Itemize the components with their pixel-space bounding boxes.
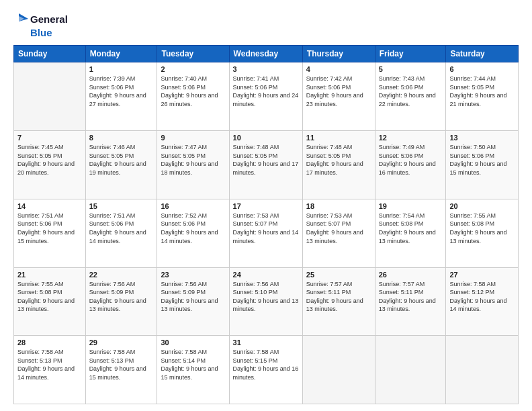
day-cell: 9Sunrise: 7:47 AMSunset: 5:05 PMDaylight…	[157, 131, 229, 199]
day-cell: 12Sunrise: 7:49 AMSunset: 5:06 PMDayligh…	[375, 131, 446, 199]
page-header: General Blue	[13, 12, 519, 38]
day-cell	[302, 336, 375, 404]
day-number: 29	[89, 338, 154, 347]
day-number: 3	[233, 65, 299, 73]
cell-info: Sunrise: 7:43 AMSunset: 5:06 PMDaylight:…	[379, 75, 443, 108]
weekday-saturday: Saturday	[446, 46, 519, 62]
cell-info: Sunrise: 7:54 AMSunset: 5:08 PMDaylight:…	[379, 212, 443, 245]
day-number: 27	[449, 271, 515, 279]
day-cell: 10Sunrise: 7:48 AMSunset: 5:05 PMDayligh…	[229, 131, 302, 199]
day-cell: 27Sunrise: 7:58 AMSunset: 5:12 PMDayligh…	[446, 267, 519, 336]
cell-info: Sunrise: 7:57 AMSunset: 5:11 PMDaylight:…	[306, 280, 371, 314]
day-cell: 2Sunrise: 7:40 AMSunset: 5:06 PMDaylight…	[157, 62, 229, 131]
cell-info: Sunrise: 7:58 AMSunset: 5:13 PMDaylight:…	[89, 348, 154, 381]
day-cell	[446, 336, 519, 404]
day-number: 25	[306, 271, 371, 279]
logo: General Blue	[13, 12, 68, 38]
day-number: 21	[17, 271, 82, 279]
cell-info: Sunrise: 7:41 AMSunset: 5:06 PMDaylight:…	[233, 75, 299, 108]
cell-info: Sunrise: 7:56 AMSunset: 5:09 PMDaylight:…	[161, 280, 225, 314]
day-cell: 25Sunrise: 7:57 AMSunset: 5:11 PMDayligh…	[302, 267, 375, 336]
day-cell	[14, 62, 86, 131]
weekday-sunday: Sunday	[14, 46, 86, 62]
calendar-table: SundayMondayTuesdayWednesdayThursdayFrid…	[13, 45, 519, 404]
logo-bird-icon	[13, 12, 28, 27]
day-cell: 30Sunrise: 7:58 AMSunset: 5:14 PMDayligh…	[157, 336, 229, 404]
day-number: 6	[449, 65, 515, 73]
day-cell: 14Sunrise: 7:51 AMSunset: 5:06 PMDayligh…	[14, 199, 86, 267]
day-number: 19	[379, 202, 443, 210]
cell-info: Sunrise: 7:50 AMSunset: 5:06 PMDaylight:…	[449, 143, 515, 177]
day-number: 5	[379, 65, 443, 73]
day-number: 28	[17, 338, 82, 347]
day-cell: 13Sunrise: 7:50 AMSunset: 5:06 PMDayligh…	[446, 131, 519, 199]
cell-info: Sunrise: 7:53 AMSunset: 5:07 PMDaylight:…	[306, 212, 371, 245]
day-number: 18	[306, 202, 371, 210]
day-number: 10	[233, 134, 299, 142]
day-number: 17	[233, 202, 299, 210]
day-cell: 21Sunrise: 7:55 AMSunset: 5:08 PMDayligh…	[14, 267, 86, 336]
day-cell: 6Sunrise: 7:44 AMSunset: 5:05 PMDaylight…	[446, 62, 519, 131]
cell-info: Sunrise: 7:55 AMSunset: 5:08 PMDaylight:…	[449, 212, 515, 245]
weekday-tuesday: Tuesday	[157, 46, 229, 62]
day-cell: 8Sunrise: 7:46 AMSunset: 5:05 PMDaylight…	[85, 131, 157, 199]
cell-info: Sunrise: 7:48 AMSunset: 5:05 PMDaylight:…	[306, 143, 371, 177]
cell-info: Sunrise: 7:47 AMSunset: 5:05 PMDaylight:…	[161, 143, 225, 177]
week-row-5: 28Sunrise: 7:58 AMSunset: 5:13 PMDayligh…	[14, 336, 519, 404]
day-cell: 18Sunrise: 7:53 AMSunset: 5:07 PMDayligh…	[302, 199, 375, 267]
day-number: 2	[161, 65, 225, 73]
cell-info: Sunrise: 7:40 AMSunset: 5:06 PMDaylight:…	[161, 75, 225, 108]
day-cell: 29Sunrise: 7:58 AMSunset: 5:13 PMDayligh…	[85, 336, 157, 404]
weekday-friday: Friday	[375, 46, 446, 62]
day-number: 26	[379, 271, 443, 279]
day-number: 9	[161, 134, 225, 142]
day-cell: 3Sunrise: 7:41 AMSunset: 5:06 PMDaylight…	[229, 62, 302, 131]
day-cell: 22Sunrise: 7:56 AMSunset: 5:09 PMDayligh…	[85, 267, 157, 336]
day-number: 15	[89, 202, 154, 210]
day-cell: 7Sunrise: 7:45 AMSunset: 5:05 PMDaylight…	[14, 131, 86, 199]
day-number: 11	[306, 134, 371, 142]
day-cell	[375, 336, 446, 404]
week-row-4: 21Sunrise: 7:55 AMSunset: 5:08 PMDayligh…	[14, 267, 519, 336]
week-row-1: 1Sunrise: 7:39 AMSunset: 5:06 PMDaylight…	[14, 62, 519, 131]
day-number: 1	[89, 65, 154, 73]
day-cell: 16Sunrise: 7:52 AMSunset: 5:06 PMDayligh…	[157, 199, 229, 267]
weekday-monday: Monday	[85, 46, 157, 62]
day-cell: 26Sunrise: 7:57 AMSunset: 5:11 PMDayligh…	[375, 267, 446, 336]
logo-blue: Blue	[30, 27, 52, 38]
day-number: 7	[17, 134, 82, 142]
day-number: 30	[161, 338, 225, 347]
cell-info: Sunrise: 7:56 AMSunset: 5:10 PMDaylight:…	[233, 280, 299, 314]
cell-info: Sunrise: 7:39 AMSunset: 5:06 PMDaylight:…	[89, 75, 154, 108]
day-cell: 24Sunrise: 7:56 AMSunset: 5:10 PMDayligh…	[229, 267, 302, 336]
cell-info: Sunrise: 7:58 AMSunset: 5:15 PMDaylight:…	[233, 348, 299, 381]
cell-info: Sunrise: 7:57 AMSunset: 5:11 PMDaylight:…	[379, 280, 443, 314]
cell-info: Sunrise: 7:53 AMSunset: 5:07 PMDaylight:…	[233, 212, 299, 245]
cell-info: Sunrise: 7:49 AMSunset: 5:06 PMDaylight:…	[379, 143, 443, 177]
day-cell: 20Sunrise: 7:55 AMSunset: 5:08 PMDayligh…	[446, 199, 519, 267]
cell-info: Sunrise: 7:52 AMSunset: 5:06 PMDaylight:…	[161, 212, 225, 245]
day-cell: 4Sunrise: 7:42 AMSunset: 5:06 PMDaylight…	[302, 62, 375, 131]
day-cell: 31Sunrise: 7:58 AMSunset: 5:15 PMDayligh…	[229, 336, 302, 404]
day-number: 13	[449, 134, 515, 142]
cell-info: Sunrise: 7:42 AMSunset: 5:06 PMDaylight:…	[306, 75, 371, 108]
day-number: 31	[233, 338, 299, 347]
day-cell: 5Sunrise: 7:43 AMSunset: 5:06 PMDaylight…	[375, 62, 446, 131]
cell-info: Sunrise: 7:45 AMSunset: 5:05 PMDaylight:…	[17, 143, 82, 177]
day-number: 20	[449, 202, 515, 210]
day-cell: 17Sunrise: 7:53 AMSunset: 5:07 PMDayligh…	[229, 199, 302, 267]
cell-info: Sunrise: 7:46 AMSunset: 5:05 PMDaylight:…	[89, 143, 154, 177]
day-number: 22	[89, 271, 154, 279]
day-number: 12	[379, 134, 443, 142]
cell-info: Sunrise: 7:58 AMSunset: 5:14 PMDaylight:…	[161, 348, 225, 381]
cell-info: Sunrise: 7:58 AMSunset: 5:13 PMDaylight:…	[17, 348, 82, 381]
day-number: 8	[89, 134, 154, 142]
logo-general: General	[30, 13, 68, 25]
day-cell: 28Sunrise: 7:58 AMSunset: 5:13 PMDayligh…	[14, 336, 86, 404]
weekday-header-row: SundayMondayTuesdayWednesdayThursdayFrid…	[14, 46, 519, 62]
day-cell: 11Sunrise: 7:48 AMSunset: 5:05 PMDayligh…	[302, 131, 375, 199]
cell-info: Sunrise: 7:56 AMSunset: 5:09 PMDaylight:…	[89, 280, 154, 314]
day-number: 23	[161, 271, 225, 279]
day-number: 16	[161, 202, 225, 210]
day-number: 4	[306, 65, 371, 73]
